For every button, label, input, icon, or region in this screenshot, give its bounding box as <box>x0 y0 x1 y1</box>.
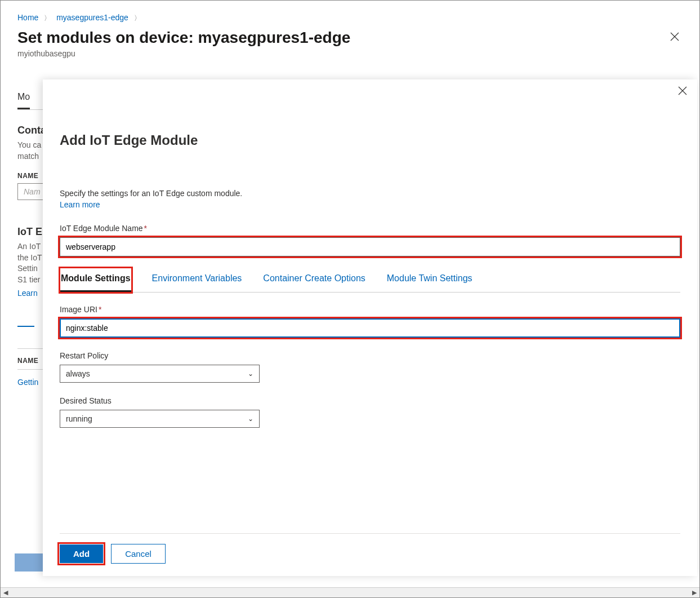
add-button[interactable]: Add <box>60 544 103 563</box>
restart-policy-select[interactable]: always ⌄ <box>60 365 260 383</box>
restart-policy-value: always <box>66 369 90 378</box>
horizontal-scrollbar[interactable]: ◀ ▶ <box>1 587 699 597</box>
close-panel-button[interactable] <box>678 86 687 98</box>
desired-status-label: Desired Status <box>60 396 680 405</box>
scroll-right-arrow-icon[interactable]: ▶ <box>689 589 699 596</box>
panel-tabs: Module Settings Environment Variables Co… <box>60 268 680 293</box>
required-asterisk: * <box>99 305 101 314</box>
panel-title: Add IoT Edge Module <box>60 132 680 148</box>
tab-modules-truncated[interactable]: Mo <box>17 86 30 109</box>
tab-module-twin-settings[interactable]: Module Twin Settings <box>386 268 474 292</box>
required-asterisk: * <box>144 224 147 233</box>
panel-footer: Add Cancel <box>60 533 680 576</box>
panel-description: Specify the settings for an IoT Edge cus… <box>60 189 680 198</box>
module-name-input[interactable] <box>60 237 680 256</box>
close-icon <box>678 86 687 95</box>
table-row-link-truncated[interactable]: Gettin <box>17 378 38 387</box>
module-name-label: IoT Edge Module Name* <box>60 224 680 233</box>
chevron-down-icon: ⌄ <box>248 415 253 423</box>
desired-status-select[interactable]: running ⌄ <box>60 410 260 428</box>
add-module-panel: Add IoT Edge Module Specify the settings… <box>43 79 697 576</box>
cancel-button[interactable]: Cancel <box>111 544 166 564</box>
tab-container-create-options[interactable]: Container Create Options <box>262 268 366 292</box>
scroll-left-arrow-icon[interactable]: ◀ <box>1 589 11 596</box>
learn-link-truncated[interactable]: Learn <box>17 288 38 299</box>
chevron-down-icon: ⌄ <box>248 370 253 378</box>
tab-module-settings[interactable]: Module Settings <box>60 268 132 293</box>
tab-environment-variables[interactable]: Environment Variables <box>151 268 243 292</box>
restart-policy-label: Restart Policy <box>60 351 680 360</box>
desired-status-value: running <box>66 414 92 423</box>
image-uri-input[interactable] <box>60 318 680 338</box>
primary-button-obscured[interactable] <box>15 553 43 572</box>
image-uri-label: Image URI* <box>60 305 680 314</box>
learn-more-link[interactable]: Learn more <box>60 200 680 209</box>
